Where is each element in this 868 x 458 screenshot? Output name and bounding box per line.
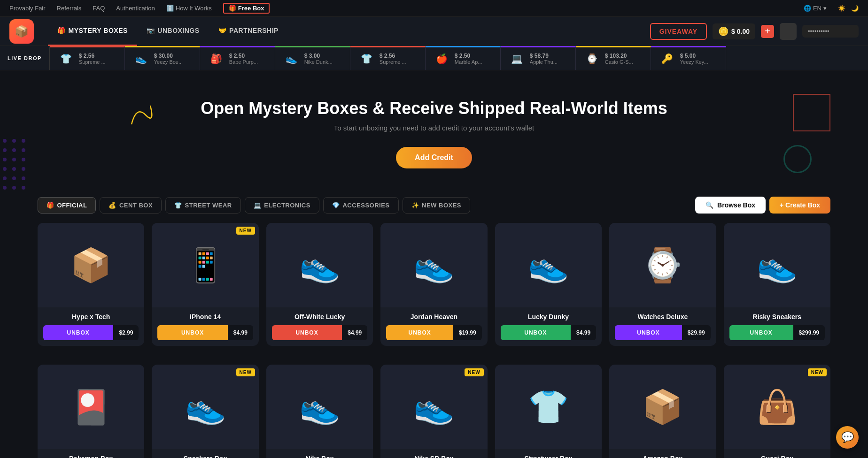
ticker-item[interactable]: 👟 $ 3.00 Nike Dunk... bbox=[275, 46, 350, 70]
box-image: 👟 NEW bbox=[380, 365, 487, 449]
box-card[interactable]: 👟 Off-White Lucky UNBOX $4.99 bbox=[266, 223, 373, 346]
box-name: Hype x Tech bbox=[43, 313, 139, 321]
unbox-button[interactable]: UNBOX bbox=[729, 325, 793, 340]
svg-point-0 bbox=[3, 139, 7, 143]
box-image: 👟 bbox=[266, 365, 373, 449]
box-name: Pokemon Box bbox=[43, 455, 139, 458]
moon-icon[interactable]: 🌙 bbox=[851, 5, 859, 12]
svg-point-6 bbox=[3, 158, 7, 161]
unbox-button[interactable]: UNBOX bbox=[615, 325, 682, 340]
ticker-item[interactable]: 👟 $ 30.00 Yeezy Bou... bbox=[125, 46, 200, 70]
ticker-price: $ 2.50 bbox=[229, 53, 258, 59]
box-card[interactable]: 👜 NEW Gucci Box UNBOX $49.99 bbox=[724, 365, 830, 458]
box-image: 👜 NEW bbox=[724, 365, 830, 449]
filter-btn-new-boxes[interactable]: ✨ NEW BOXES bbox=[403, 197, 470, 214]
nav-mystery-boxes[interactable]: 🎁 Mystery Boxes bbox=[48, 17, 137, 46]
box-card[interactable]: 📱 NEW iPhone 14 UNBOX $4.99 bbox=[152, 223, 258, 346]
ticker-item[interactable]: ⌚ $ 103.20 Casio G-S... bbox=[576, 46, 651, 70]
box-name: Amazon Box bbox=[615, 455, 710, 458]
nav-authentication[interactable]: Authentication bbox=[116, 5, 155, 12]
ticker-price: $ 5.00 bbox=[680, 53, 708, 59]
box-card[interactable]: 👟 Lucky Dunky UNBOX $4.99 bbox=[495, 223, 602, 346]
unbox-button[interactable]: UNBOX bbox=[157, 325, 227, 340]
username-display: •••••••••• bbox=[802, 25, 859, 38]
globe-icon: 🌐 bbox=[804, 5, 811, 12]
box-card[interactable]: 👕 Streetwear Box UNBOX $9.99 bbox=[495, 365, 602, 458]
unbox-button[interactable]: UNBOX bbox=[43, 325, 113, 340]
new-badge: NEW bbox=[236, 227, 255, 235]
ticker-item[interactable]: 💻 $ 58.79 Apple Thu... bbox=[501, 46, 576, 70]
filter-btn-electronics[interactable]: 💻 ELECTRONICS bbox=[245, 197, 319, 214]
box-card[interactable]: 👟 Nike Box UNBOX $14.99 bbox=[266, 365, 373, 458]
ticker-item[interactable]: 👕 $ 2.56 Supreme ... bbox=[350, 46, 426, 70]
svg-point-7 bbox=[12, 158, 16, 161]
filter-btn-accessories[interactable]: 💎 ACCESSORIES bbox=[323, 197, 399, 214]
box-card[interactable]: 👟 NEW Sneakers Box UNBOX $9.99 bbox=[152, 365, 258, 458]
box-name: Jordan Heaven bbox=[386, 313, 481, 321]
box-image: 👟 bbox=[724, 223, 830, 307]
ticker-item[interactable]: 🍎 $ 2.50 Marble Ap... bbox=[426, 46, 501, 70]
box-card[interactable]: 📦 Hype x Tech UNBOX $2.99 bbox=[38, 223, 144, 346]
svg-point-5 bbox=[22, 148, 25, 152]
chevron-down-icon: ▾ bbox=[823, 5, 827, 12]
browse-box-button[interactable]: 🔍 Browse Box bbox=[695, 197, 766, 214]
language-selector[interactable]: 🌐 EN ▾ bbox=[804, 5, 827, 12]
create-box-button[interactable]: + Create Box bbox=[769, 197, 830, 214]
nav-free-box[interactable]: 🎁 Free Box bbox=[223, 3, 270, 14]
giveaway-button[interactable]: GIVEAWAY bbox=[650, 23, 707, 40]
nav-referrals[interactable]: Referrals bbox=[57, 5, 82, 12]
box-name: Off-White Lucky bbox=[272, 313, 367, 321]
box-card[interactable]: 👟 NEW Nike SB Box UNBOX $24.99 bbox=[380, 365, 487, 458]
nav-partnership[interactable]: 🤝 Partnership bbox=[209, 17, 288, 46]
svg-point-3 bbox=[3, 148, 7, 152]
unbox-button[interactable]: UNBOX bbox=[386, 325, 453, 340]
box-name: iPhone 14 bbox=[157, 313, 253, 321]
logo-icon: 📦 bbox=[9, 19, 34, 44]
ticker-item[interactable]: 👕 $ 2.56 Supreme ... bbox=[50, 46, 125, 70]
ticker-item[interactable]: 🎒 $ 2.50 Bape Purp... bbox=[200, 46, 275, 70]
chat-bubble[interactable]: 💬 bbox=[836, 426, 859, 449]
box-card[interactable]: ⌚ Watches Deluxe UNBOX $29.99 bbox=[609, 223, 716, 346]
box-card[interactable]: 📦 Amazon Box UNBOX $19.99 bbox=[609, 365, 716, 458]
nav-links: 🎁 Mystery Boxes 📷 Unboxings 🤝 Partnershi… bbox=[48, 17, 288, 46]
filter-btn-cent-box[interactable]: 💰 CENT BOX bbox=[100, 197, 162, 214]
filter-icon: 💰 bbox=[108, 202, 116, 209]
ticker-name: Apple Thu... bbox=[530, 59, 558, 65]
logo[interactable]: 📦 bbox=[9, 19, 34, 44]
filter-btn-official[interactable]: 🎁 OFFICIAL bbox=[38, 197, 96, 214]
add-credit-button[interactable]: + bbox=[761, 25, 774, 38]
unbox-button[interactable]: UNBOX bbox=[501, 325, 571, 340]
ticker-items: 👕 $ 2.56 Supreme ... 👟 $ 30.00 Yeezy Bou… bbox=[50, 46, 868, 70]
hero-section: Open Mystery Boxes & Receive Shipped Rea… bbox=[0, 70, 868, 187]
ticker-price: $ 30.00 bbox=[154, 53, 183, 59]
nav-how-it-works[interactable]: ℹ️ How It Works bbox=[166, 5, 212, 12]
box-card[interactable]: 👟 Jordan Heaven UNBOX $19.99 bbox=[380, 223, 487, 346]
sun-icon[interactable]: ☀️ bbox=[838, 5, 845, 12]
ticker-name: Nike Dunk... bbox=[304, 59, 333, 65]
decoration-squiggle bbox=[122, 96, 160, 134]
svg-point-4 bbox=[12, 148, 16, 152]
new-badge: NEW bbox=[808, 368, 827, 376]
box-image: 🎴 bbox=[38, 365, 144, 449]
filter-btn-street-wear[interactable]: 👕 STREET WEAR bbox=[165, 197, 241, 214]
nav-unboxings[interactable]: 📷 Unboxings bbox=[137, 17, 209, 46]
nav-provably-fair[interactable]: Provably Fair bbox=[9, 5, 46, 12]
unbox-button[interactable]: UNBOX bbox=[272, 325, 342, 340]
live-drop-bar: LIVE DROP 👕 $ 2.56 Supreme ... 👟 $ 30.00… bbox=[0, 46, 868, 70]
svg-point-17 bbox=[22, 186, 25, 190]
svg-point-15 bbox=[3, 186, 7, 190]
add-credit-hero-button[interactable]: Add Credit bbox=[396, 147, 472, 168]
ticker-item[interactable]: 🔑 $ 5.00 Yeezy Key... bbox=[651, 46, 726, 70]
nav-faq[interactable]: FAQ bbox=[93, 5, 105, 12]
box-card[interactable]: 👟 Risky Sneakers UNBOX $299.99 bbox=[724, 223, 830, 346]
box-card[interactable]: 🎴 Pokemon Box UNBOX $4.99 bbox=[38, 365, 144, 458]
box-name: Streetwear Box bbox=[501, 455, 596, 458]
coin-icon: 🪙 bbox=[718, 26, 728, 37]
box-image: 📱 NEW bbox=[152, 223, 258, 307]
box-price: $4.99 bbox=[342, 325, 367, 340]
ticker-thumb: 🍎 bbox=[433, 50, 451, 68]
box-name: Nike SB Box bbox=[386, 455, 481, 458]
svg-point-10 bbox=[12, 167, 16, 171]
box-image: 📦 bbox=[38, 223, 144, 307]
box-name: Watches Deluxe bbox=[615, 313, 710, 321]
